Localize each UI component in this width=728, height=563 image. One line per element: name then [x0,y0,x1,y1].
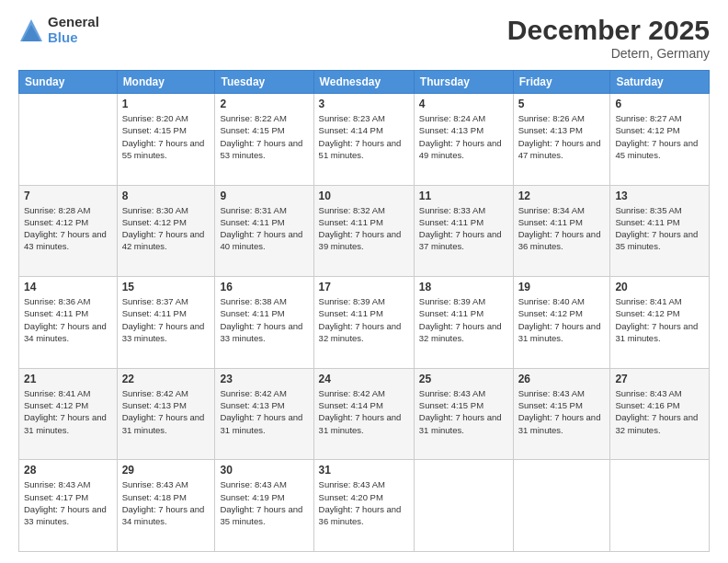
calendar-cell: 21Sunrise: 8:41 AM Sunset: 4:12 PM Dayli… [19,368,118,460]
day-number: 27 [615,373,704,385]
logo-text: General Blue [48,15,99,45]
day-info: Sunrise: 8:24 AM Sunset: 4:13 PM Dayligh… [419,112,508,161]
weekday-header-tuesday: Tuesday [215,71,313,94]
title-block: December 2025 Detern, Germany [507,15,710,61]
day-info: Sunrise: 8:43 AM Sunset: 4:16 PM Dayligh… [615,387,704,436]
calendar-cell: 24Sunrise: 8:42 AM Sunset: 4:14 PM Dayli… [313,368,414,460]
day-number: 16 [220,281,308,293]
day-info: Sunrise: 8:41 AM Sunset: 4:12 PM Dayligh… [24,387,112,436]
calendar-cell: 4Sunrise: 8:24 AM Sunset: 4:13 PM Daylig… [414,94,513,186]
calendar-cell [513,460,610,552]
day-number: 5 [518,98,606,110]
day-info: Sunrise: 8:28 AM Sunset: 4:12 PM Dayligh… [24,204,112,253]
calendar-cell: 22Sunrise: 8:42 AM Sunset: 4:13 PM Dayli… [117,368,215,460]
calendar-cell [414,460,513,552]
day-number: 3 [319,98,409,110]
day-number: 20 [615,281,704,293]
day-number: 7 [24,190,112,202]
month-title: December 2025 [507,15,710,46]
day-info: Sunrise: 8:32 AM Sunset: 4:11 PM Dayligh… [319,204,409,253]
calendar-cell: 11Sunrise: 8:33 AM Sunset: 4:11 PM Dayli… [414,185,513,277]
day-number: 29 [122,464,210,477]
day-number: 18 [419,281,508,293]
calendar-cell: 27Sunrise: 8:43 AM Sunset: 4:16 PM Dayli… [610,368,710,460]
day-info: Sunrise: 8:43 AM Sunset: 4:19 PM Dayligh… [220,478,308,527]
day-number: 31 [319,464,409,477]
weekday-header-thursday: Thursday [414,71,513,94]
calendar-cell: 10Sunrise: 8:32 AM Sunset: 4:11 PM Dayli… [313,185,414,277]
day-info: Sunrise: 8:42 AM Sunset: 4:14 PM Dayligh… [319,387,409,436]
day-info: Sunrise: 8:41 AM Sunset: 4:12 PM Dayligh… [615,295,704,344]
day-number: 13 [615,190,704,202]
weekday-header-row: SundayMondayTuesdayWednesdayThursdayFrid… [19,71,710,94]
calendar-cell [610,460,710,552]
day-number: 4 [419,98,508,110]
day-info: Sunrise: 8:27 AM Sunset: 4:12 PM Dayligh… [615,112,704,161]
day-info: Sunrise: 8:22 AM Sunset: 4:15 PM Dayligh… [220,112,308,161]
calendar-week-1: 7Sunrise: 8:28 AM Sunset: 4:12 PM Daylig… [19,185,710,277]
day-info: Sunrise: 8:26 AM Sunset: 4:13 PM Dayligh… [518,112,606,161]
weekday-header-friday: Friday [513,71,610,94]
calendar-cell: 13Sunrise: 8:35 AM Sunset: 4:11 PM Dayli… [610,185,710,277]
day-info: Sunrise: 8:43 AM Sunset: 4:15 PM Dayligh… [518,387,606,436]
day-number: 11 [419,190,508,202]
logo: General Blue [18,15,99,45]
calendar-week-3: 21Sunrise: 8:41 AM Sunset: 4:12 PM Dayli… [19,368,710,460]
day-number: 15 [122,281,210,293]
day-info: Sunrise: 8:31 AM Sunset: 4:11 PM Dayligh… [220,204,308,253]
day-info: Sunrise: 8:40 AM Sunset: 4:12 PM Dayligh… [518,295,606,344]
day-number: 1 [122,98,210,110]
calendar-cell: 7Sunrise: 8:28 AM Sunset: 4:12 PM Daylig… [19,185,118,277]
day-number: 22 [122,373,210,385]
calendar-cell: 20Sunrise: 8:41 AM Sunset: 4:12 PM Dayli… [610,277,710,369]
calendar-week-4: 28Sunrise: 8:43 AM Sunset: 4:17 PM Dayli… [19,460,710,552]
day-number: 12 [518,190,606,202]
calendar-cell: 26Sunrise: 8:43 AM Sunset: 4:15 PM Dayli… [513,368,610,460]
day-info: Sunrise: 8:36 AM Sunset: 4:11 PM Dayligh… [24,295,112,344]
calendar-cell: 16Sunrise: 8:38 AM Sunset: 4:11 PM Dayli… [215,277,313,369]
day-info: Sunrise: 8:34 AM Sunset: 4:11 PM Dayligh… [518,204,606,253]
calendar-cell: 3Sunrise: 8:23 AM Sunset: 4:14 PM Daylig… [313,94,414,186]
day-info: Sunrise: 8:30 AM Sunset: 4:12 PM Dayligh… [122,204,210,253]
calendar-cell: 17Sunrise: 8:39 AM Sunset: 4:11 PM Dayli… [313,277,414,369]
calendar-cell: 5Sunrise: 8:26 AM Sunset: 4:13 PM Daylig… [513,94,610,186]
calendar-cell: 9Sunrise: 8:31 AM Sunset: 4:11 PM Daylig… [215,185,313,277]
day-info: Sunrise: 8:33 AM Sunset: 4:11 PM Dayligh… [419,204,508,253]
calendar-cell: 23Sunrise: 8:42 AM Sunset: 4:13 PM Dayli… [215,368,313,460]
calendar-cell: 12Sunrise: 8:34 AM Sunset: 4:11 PM Dayli… [513,185,610,277]
calendar-cell: 28Sunrise: 8:43 AM Sunset: 4:17 PM Dayli… [19,460,118,552]
calendar-cell: 18Sunrise: 8:39 AM Sunset: 4:11 PM Dayli… [414,277,513,369]
day-info: Sunrise: 8:39 AM Sunset: 4:11 PM Dayligh… [319,295,409,344]
day-number: 26 [518,373,606,385]
day-number: 19 [518,281,606,293]
day-info: Sunrise: 8:39 AM Sunset: 4:11 PM Dayligh… [419,295,508,344]
page: General Blue December 2025 Detern, Germa… [0,0,728,563]
day-number: 2 [220,98,308,110]
logo-general-text: General [48,15,99,30]
day-number: 28 [24,464,112,477]
calendar-cell: 6Sunrise: 8:27 AM Sunset: 4:12 PM Daylig… [610,94,710,186]
day-number: 14 [24,281,112,293]
day-number: 21 [24,373,112,385]
logo-blue-text: Blue [48,30,99,46]
weekday-header-wednesday: Wednesday [313,71,414,94]
day-info: Sunrise: 8:43 AM Sunset: 4:17 PM Dayligh… [24,478,112,527]
day-number: 8 [122,190,210,202]
day-info: Sunrise: 8:38 AM Sunset: 4:11 PM Dayligh… [220,295,308,344]
day-number: 25 [419,373,508,385]
weekday-header-saturday: Saturday [610,71,710,94]
calendar-week-0: 1Sunrise: 8:20 AM Sunset: 4:15 PM Daylig… [19,94,710,186]
calendar-table: SundayMondayTuesdayWednesdayThursdayFrid… [18,70,710,552]
calendar-cell: 30Sunrise: 8:43 AM Sunset: 4:19 PM Dayli… [215,460,313,552]
calendar-cell: 15Sunrise: 8:37 AM Sunset: 4:11 PM Dayli… [117,277,215,369]
calendar-cell [19,94,118,186]
calendar-cell: 8Sunrise: 8:30 AM Sunset: 4:12 PM Daylig… [117,185,215,277]
weekday-header-sunday: Sunday [19,71,118,94]
day-info: Sunrise: 8:42 AM Sunset: 4:13 PM Dayligh… [220,387,308,436]
calendar-cell: 1Sunrise: 8:20 AM Sunset: 4:15 PM Daylig… [117,94,215,186]
day-info: Sunrise: 8:43 AM Sunset: 4:15 PM Dayligh… [419,387,508,436]
calendar-cell: 29Sunrise: 8:43 AM Sunset: 4:18 PM Dayli… [117,460,215,552]
day-info: Sunrise: 8:43 AM Sunset: 4:18 PM Dayligh… [122,478,210,527]
day-info: Sunrise: 8:20 AM Sunset: 4:15 PM Dayligh… [122,112,210,161]
day-number: 23 [220,373,308,385]
